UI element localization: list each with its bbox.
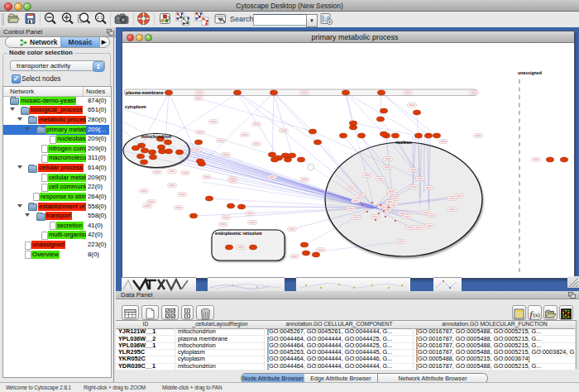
svg-text:cytoplasm: cytoplasm xyxy=(125,104,146,109)
svg-text:1:1: 1:1 xyxy=(97,15,103,20)
svg-text:plasma membrane: plasma membrane xyxy=(126,90,164,95)
svg-text:mitochondrion: mitochondrion xyxy=(141,134,171,139)
svg-text:nucleus: nucleus xyxy=(395,140,412,145)
svg-text:endoplasmic reticulum: endoplasmic reticulum xyxy=(215,231,262,236)
svg-text:(x): (x) xyxy=(533,312,540,318)
svg-text:unassigned: unassigned xyxy=(518,70,542,75)
